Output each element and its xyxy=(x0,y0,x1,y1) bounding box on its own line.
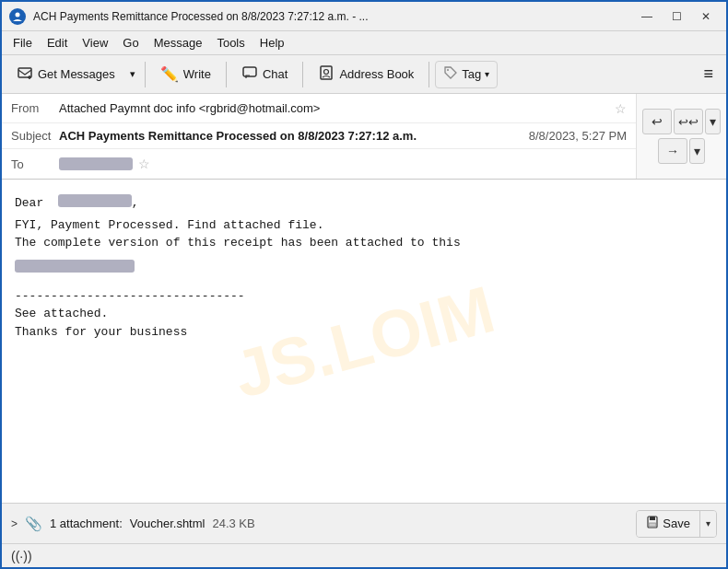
svg-rect-9 xyxy=(649,523,656,527)
body-redacted-block xyxy=(15,260,713,273)
menu-edit[interactable]: Edit xyxy=(40,34,75,52)
get-messages-icon xyxy=(17,64,33,85)
maximize-button[interactable]: ☐ xyxy=(663,6,689,27)
subject-value: ACH Payments Remittance Processed on 8/8… xyxy=(59,129,529,143)
attachment-icon: 📎 xyxy=(25,516,42,532)
chat-button[interactable]: Chat xyxy=(232,59,297,90)
tag-icon xyxy=(443,65,458,83)
minimize-button[interactable]: — xyxy=(634,6,660,27)
address-book-button[interactable]: Address Book xyxy=(309,59,423,90)
get-messages-button[interactable]: Get Messages xyxy=(7,59,124,90)
header-with-actions: From Attached Paymnt doc info <rgbrid@ho… xyxy=(2,94,726,179)
body-line1: FYI, Payment Processed. Find attached fi… xyxy=(15,216,713,235)
titlebar: ACH Payments Remittance Processed on 8/8… xyxy=(2,2,726,31)
save-label: Save xyxy=(663,517,690,530)
get-messages-dropdown[interactable]: ▾ xyxy=(126,64,139,85)
email-action-buttons: ↩ ↩↩ ▾ → ▾ xyxy=(636,94,726,179)
menubar: File Edit View Go Message Tools Help xyxy=(2,31,726,55)
chat-icon xyxy=(241,64,258,85)
body-separator: -------------------------------- xyxy=(15,287,713,306)
statusbar: ((·)) xyxy=(2,543,726,567)
write-icon: ✏️ xyxy=(160,65,179,83)
tag-label: Tag xyxy=(462,67,481,81)
reply-button[interactable]: ↩ xyxy=(642,109,672,134)
menu-tools[interactable]: Tools xyxy=(209,34,252,52)
save-button-area: Save ▾ xyxy=(636,510,717,538)
save-dropdown-button[interactable]: ▾ xyxy=(699,511,716,537)
menu-go[interactable]: Go xyxy=(115,34,146,52)
action-row-2: → ▾ xyxy=(658,138,705,164)
save-button[interactable]: Save xyxy=(637,511,699,537)
svg-point-5 xyxy=(324,69,329,74)
get-messages-label: Get Messages xyxy=(38,67,115,81)
from-star[interactable]: ☆ xyxy=(615,101,627,116)
save-icon xyxy=(646,516,659,531)
tag-button[interactable]: Tag ▾ xyxy=(436,62,497,87)
forward-dropdown[interactable]: ▾ xyxy=(689,138,705,164)
subject-field: Subject ACH Payments Remittance Processe… xyxy=(2,123,636,149)
toolbar-divider-4 xyxy=(429,62,429,87)
main-window: ACH Payments Remittance Processed on 8/8… xyxy=(0,0,728,569)
svg-point-6 xyxy=(447,69,449,71)
body-name-redacted xyxy=(58,194,132,207)
app-icon xyxy=(9,8,26,25)
svg-rect-8 xyxy=(650,517,655,520)
forward-button[interactable]: → xyxy=(658,138,687,164)
toolbar-divider-2 xyxy=(226,62,227,87)
reply-all-button[interactable]: ↩↩ xyxy=(674,109,703,134)
write-button[interactable]: ✏️ Write xyxy=(151,59,220,90)
menu-message[interactable]: Message xyxy=(147,34,210,52)
hamburger-button[interactable]: ≡ xyxy=(696,60,721,88)
subject-label: Subject xyxy=(11,129,59,143)
attachment-bar: > 📎 1 attachment: Voucher.shtml 24.3 KB … xyxy=(2,503,726,543)
expand-button[interactable]: > xyxy=(11,517,18,530)
to-label: To xyxy=(11,157,59,171)
address-book-icon xyxy=(318,64,335,85)
email-body-content: Dear , FYI, Payment Processed. Find atta… xyxy=(15,194,713,341)
attachment-filename: Voucher.shtml xyxy=(130,517,205,530)
email-body: JS.LOIM Dear , FYI, Payment Processed. F… xyxy=(2,180,726,503)
action-row-1: ↩ ↩↩ ▾ xyxy=(642,109,721,134)
tag-dropdown-arrow: ▾ xyxy=(485,69,489,79)
body-line3: See attached. xyxy=(15,305,713,323)
svg-rect-4 xyxy=(321,66,332,79)
body-line2: The complete version of this receipt has… xyxy=(15,234,713,252)
attachment-count: 1 attachment: xyxy=(50,517,123,530)
toolbar: Get Messages ▾ ✏️ Write Chat xyxy=(2,55,726,94)
close-button[interactable]: ✕ xyxy=(693,6,719,27)
signal-icon: ((·)) xyxy=(11,549,32,563)
to-value xyxy=(59,157,133,170)
header-fields: From Attached Paymnt doc info <rgbrid@ho… xyxy=(2,94,636,179)
window-controls: — ☐ ✕ xyxy=(634,6,719,27)
email-date: 8/8/2023, 5:27 PM xyxy=(529,129,627,143)
menu-file[interactable]: File xyxy=(6,34,40,52)
to-star[interactable]: ☆ xyxy=(138,157,150,171)
to-field: To ☆ xyxy=(2,149,636,179)
from-label: From xyxy=(11,101,59,115)
body-greeting: Dear , xyxy=(15,194,713,213)
reply-all-dropdown[interactable]: ▾ xyxy=(705,109,721,134)
write-label: Write xyxy=(183,67,211,81)
tag-area: Tag ▾ xyxy=(435,61,498,88)
attachment-size: 24.3 KB xyxy=(212,517,254,530)
toolbar-divider-3 xyxy=(302,62,303,87)
menu-view[interactable]: View xyxy=(75,34,115,52)
from-value: Attached Paymnt doc info <rgbrid@hotmail… xyxy=(59,101,609,115)
email-header-wrapper: From Attached Paymnt doc info <rgbrid@ho… xyxy=(2,94,726,180)
body-line4: Thanks for your business xyxy=(15,323,713,342)
menu-help[interactable]: Help xyxy=(252,34,292,52)
window-title: ACH Payments Remittance Processed on 8/8… xyxy=(33,10,634,23)
chat-label: Chat xyxy=(263,67,288,81)
from-field: From Attached Paymnt doc info <rgbrid@ho… xyxy=(2,94,636,123)
address-book-label: Address Book xyxy=(339,67,414,81)
svg-point-1 xyxy=(16,12,20,17)
toolbar-divider-1 xyxy=(145,62,146,87)
